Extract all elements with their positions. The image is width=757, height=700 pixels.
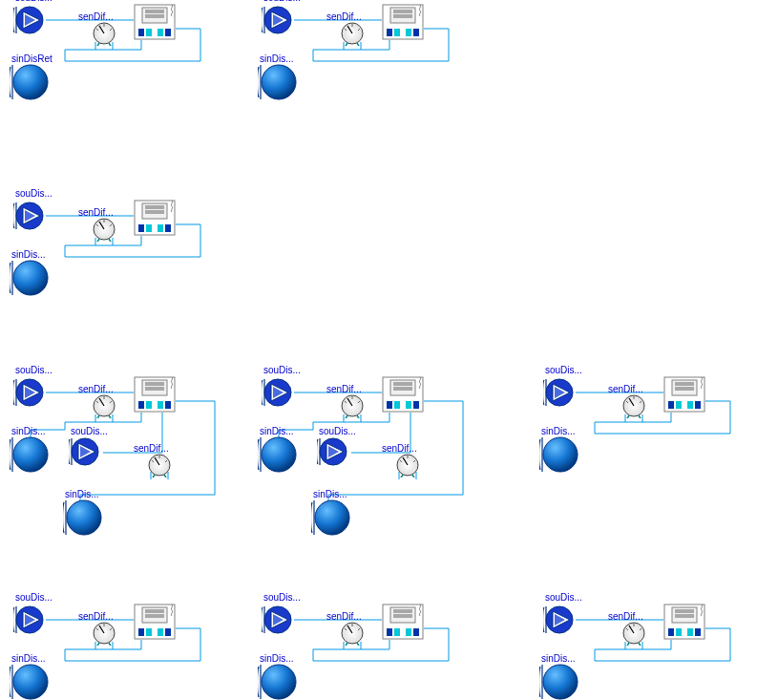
sink-label: sinDis... [260, 53, 294, 64]
pump-label: souDis... [15, 365, 53, 375]
load-unit[interactable] [382, 604, 424, 640]
sensor-gauge-2[interactable] [147, 453, 172, 477]
sink-return-2[interactable] [63, 497, 105, 539]
pump-label: souDis... [263, 592, 301, 603]
pump-source-2[interactable] [317, 435, 349, 468]
gauge-label: senDif... [608, 611, 643, 622]
sink-label: sinDis... [11, 426, 46, 436]
load-unit[interactable] [134, 200, 176, 236]
sink-return[interactable] [539, 434, 581, 476]
sink-return[interactable] [10, 61, 52, 103]
load-unit[interactable] [134, 604, 176, 640]
sink-label: sinDis... [260, 653, 294, 664]
load-unit[interactable] [134, 4, 176, 40]
gauge-label: senDif... [78, 11, 114, 22]
pump-source-2[interactable] [69, 435, 101, 468]
sink-label: sinDis... [11, 249, 46, 260]
gauge2-label: senDif... [134, 443, 169, 454]
pump-source[interactable] [13, 4, 46, 36]
sink-label: sinDis... [541, 426, 576, 436]
schematic-cell: souDis...senDif...sinDisRet [10, 0, 239, 105]
schematic-cell: souDis...senDif...sinDis... [539, 372, 757, 477]
pump-source[interactable] [543, 604, 576, 636]
pump-source[interactable] [13, 200, 46, 232]
sensor-gauge[interactable] [340, 393, 365, 418]
sink-return[interactable] [258, 61, 300, 103]
load-unit[interactable] [663, 376, 705, 413]
sink2-label: sinDis... [313, 489, 347, 499]
schematic-cell: souDis...senDif...sinDis... [10, 600, 239, 700]
pump-label: souDis... [545, 592, 582, 603]
sink-label: sinDisRet [11, 53, 53, 64]
gauge2-label: senDif... [382, 443, 417, 454]
gauge-label: senDif... [326, 384, 362, 394]
sensor-gauge[interactable] [340, 21, 365, 46]
gauge-label: senDif... [326, 611, 362, 622]
sink-label: sinDis... [11, 653, 46, 664]
sink-label: sinDis... [260, 426, 294, 436]
schematic-cell: souDis...senDif...sinDis...souDis...senD… [258, 372, 487, 544]
schematic-cell: souDis...senDif...sinDis... [10, 196, 239, 301]
sink-return-2[interactable] [311, 497, 353, 539]
pump-label: souDis... [263, 365, 301, 375]
sink-return[interactable] [10, 257, 52, 299]
sensor-gauge[interactable] [340, 621, 365, 646]
sink2-label: sinDis... [65, 489, 99, 499]
pump-label: souDis... [545, 365, 582, 375]
pump-source[interactable] [13, 376, 46, 409]
load-unit[interactable] [382, 4, 424, 40]
sensor-gauge[interactable] [92, 621, 116, 646]
pump2-label: souDis... [319, 426, 356, 436]
gauge-label: senDif... [78, 207, 114, 218]
pump-source[interactable] [543, 376, 576, 409]
sink-return[interactable] [10, 661, 52, 700]
sensor-gauge[interactable] [92, 393, 116, 418]
sink-return[interactable] [258, 661, 300, 700]
sensor-gauge[interactable] [621, 621, 646, 646]
sink-label: sinDis... [541, 653, 576, 664]
schematic-cell: souDis...senDif...sinDis... [258, 0, 487, 105]
load-unit[interactable] [663, 604, 705, 640]
sink-return[interactable] [539, 661, 581, 700]
sensor-gauge[interactable] [92, 21, 116, 46]
gauge-label: senDif... [78, 611, 114, 622]
sensor-gauge[interactable] [92, 217, 116, 242]
gauge-label: senDif... [326, 11, 362, 22]
load-unit[interactable] [134, 376, 176, 413]
sensor-gauge[interactable] [621, 393, 646, 418]
sensor-gauge-2[interactable] [395, 453, 420, 477]
pump-source[interactable] [262, 376, 294, 409]
pump-label: souDis... [15, 592, 53, 603]
schematic-cell: souDis...senDif...sinDis... [539, 600, 757, 700]
schematic-cell: souDis...senDif...sinDis... [258, 600, 487, 700]
load-unit[interactable] [382, 376, 424, 413]
sink-return[interactable] [258, 434, 300, 476]
pump-source[interactable] [262, 4, 294, 36]
pump2-label: souDis... [71, 426, 108, 436]
gauge-label: senDif... [78, 384, 114, 394]
pump-source[interactable] [262, 604, 294, 636]
pump-source[interactable] [13, 604, 46, 636]
diagram-canvas: souDis...senDif...sinDisRetsouDis...senD… [0, 0, 757, 700]
pump-label: souDis... [263, 0, 301, 3]
sink-return[interactable] [10, 434, 52, 476]
pump-label: souDis... [15, 188, 53, 199]
pump-label: souDis... [15, 0, 53, 3]
gauge-label: senDif... [608, 384, 643, 394]
schematic-cell: souDis...senDif...sinDis...souDis...senD… [10, 372, 239, 544]
